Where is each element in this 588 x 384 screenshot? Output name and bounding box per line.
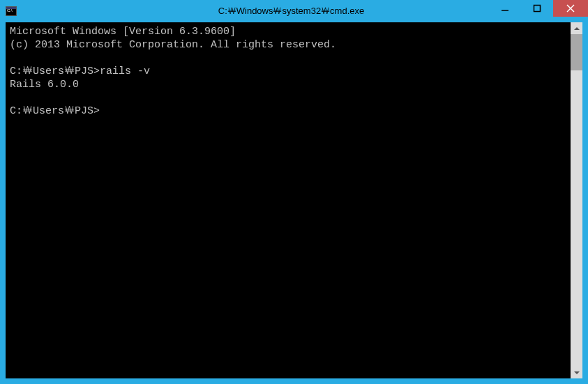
- svg-rect-1: [534, 6, 541, 12]
- vertical-scrollbar[interactable]: [571, 22, 582, 378]
- scrollbar-thumb[interactable]: [571, 34, 582, 70]
- close-button[interactable]: [553, 0, 588, 17]
- minimize-button[interactable]: [489, 0, 521, 17]
- maximize-button[interactable]: [521, 0, 553, 17]
- cmd-window: C:\ C:￦Windows￦system32￦cmd.exe Microsof…: [0, 0, 588, 384]
- titlebar[interactable]: C:\ C:￦Windows￦system32￦cmd.exe: [0, 0, 588, 22]
- scrollbar-up-arrow[interactable]: [571, 22, 582, 34]
- client-area: Microsoft Windows [Version 6.3.9600] (c)…: [6, 22, 582, 378]
- window-controls: [489, 0, 588, 17]
- scrollbar-down-arrow[interactable]: [571, 367, 582, 378]
- console-output[interactable]: Microsoft Windows [Version 6.3.9600] (c)…: [6, 22, 571, 378]
